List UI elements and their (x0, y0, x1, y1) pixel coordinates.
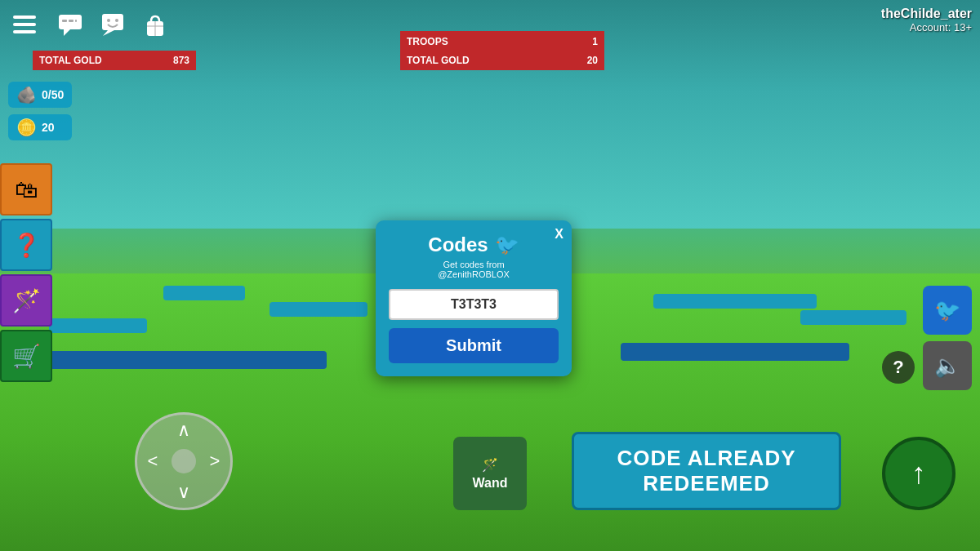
wand-button[interactable]: 🪄 Wand (453, 437, 527, 510)
shop-button[interactable]: 🛍 (0, 163, 52, 216)
svg-point-6 (107, 19, 110, 22)
menu-button[interactable] (4, 4, 45, 45)
svg-rect-4 (75, 20, 77, 22)
gold-bar-right: TOTAL GOLD 20 (400, 51, 604, 70)
platform-3 (270, 302, 368, 317)
magic-icon: 🪄 (12, 287, 41, 314)
up-arrow-icon: ↑ (911, 456, 926, 491)
rock-count: 0/50 (42, 88, 64, 101)
troops-bar: TROOPS 1 (400, 31, 604, 52)
rock-icon: 🪨 (16, 85, 37, 104)
gold-value-right: 20 (587, 55, 598, 66)
cart-button[interactable]: 🛒 (0, 330, 52, 382)
twitter-icon: 🐦 (934, 298, 960, 323)
modal-title: Codes (428, 233, 488, 256)
wand-label: Wand (473, 476, 508, 491)
close-modal-button[interactable]: X (555, 227, 564, 242)
left-sidebar: 🛍 ❓ 🪄 🛒 (0, 163, 52, 382)
resources-panel: 🪨 0/50 🪙 20 (8, 82, 72, 140)
redeemed-text-line2: REDEEMED (587, 471, 826, 496)
svg-rect-3 (69, 20, 74, 22)
submit-button[interactable]: Submit (389, 328, 559, 363)
gold-label-right: TOTAL GOLD (407, 55, 470, 66)
dpad-down-button[interactable]: ∨ (169, 478, 198, 507)
mystery-icon: ❓ (12, 232, 41, 259)
platform-5 (653, 294, 817, 309)
modal-subtitle: Get codes from @ZenithROBLOX (389, 260, 559, 279)
coin-count: 20 (42, 121, 55, 134)
redeemed-banner: CODE ALREADY REDEEMED (572, 432, 841, 510)
dpad-up-button[interactable]: ∧ (169, 415, 198, 445)
mystery-button[interactable]: ❓ (0, 219, 52, 271)
codes-modal: X Codes 🐦 Get codes from @ZenithROBLOX S… (376, 220, 572, 376)
platform-2 (163, 286, 245, 300)
svg-rect-2 (62, 20, 67, 22)
svg-point-7 (115, 19, 118, 22)
magic-button[interactable]: 🪄 (0, 274, 52, 327)
troops-label: TROOPS (407, 36, 448, 47)
code-input[interactable] (389, 289, 559, 320)
svg-marker-8 (103, 30, 114, 36)
username-label: theChilde_ater (881, 7, 972, 21)
coin-resource: 🪙 20 (8, 114, 72, 140)
platform-1 (49, 318, 147, 333)
sound-button[interactable]: 🔈 (923, 341, 972, 390)
wand-icon: 🪄 (482, 457, 498, 473)
right-side-buttons: 🐦 🔈 (923, 286, 972, 390)
help-button[interactable]: ? (882, 351, 915, 384)
twitter-button[interactable]: 🐦 (923, 286, 972, 335)
platform-7 (800, 310, 906, 325)
gold-value-left: 873 (173, 55, 189, 66)
account-age-label: Account: 13+ (881, 21, 972, 33)
bag-icon-button[interactable] (136, 5, 175, 44)
question-icon: ? (893, 357, 903, 378)
platform-4 (41, 351, 327, 369)
emote-icon-button[interactable] (93, 5, 132, 44)
dpad-right-button[interactable]: > (200, 447, 229, 476)
redeemed-text-line1: CODE ALREADY (587, 446, 826, 471)
shop-icon: 🛍 (15, 176, 38, 203)
troops-value: 1 (592, 36, 598, 47)
up-arrow-button[interactable]: ↑ (882, 437, 956, 510)
chat-icon-button[interactable] (51, 5, 90, 44)
dpad: ∧ ∨ < > (135, 412, 233, 510)
dpad-left-button[interactable]: < (138, 447, 167, 476)
gold-bar-left: TOTAL GOLD 873 (33, 51, 196, 70)
sound-icon: 🔈 (934, 353, 960, 379)
cart-icon: 🛒 (12, 343, 41, 370)
gold-label-left: TOTAL GOLD (39, 55, 102, 66)
dpad-center (172, 449, 196, 473)
rock-resource: 🪨 0/50 (8, 82, 72, 108)
svg-marker-1 (64, 29, 70, 36)
twitter-icon-modal: 🐦 (495, 233, 519, 256)
coin-icon: 🪙 (16, 118, 37, 137)
platform-6 (621, 343, 849, 361)
user-info: theChilde_ater Account: 13+ (881, 7, 972, 33)
modal-header: Codes 🐦 (389, 233, 559, 256)
